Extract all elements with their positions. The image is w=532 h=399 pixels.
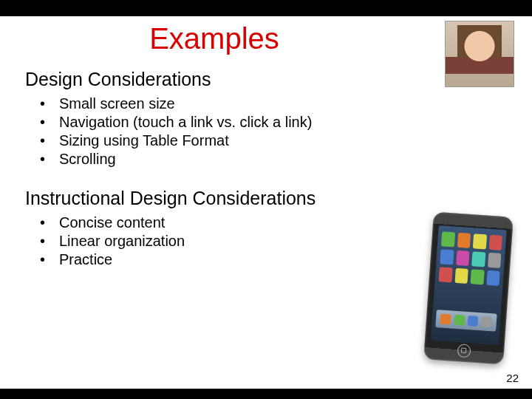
bottom-black-bar <box>0 389 532 399</box>
list-item-text: Small screen size <box>59 95 175 113</box>
page-number: 22 <box>506 372 519 384</box>
list-item-text: Navigation (touch a link vs. click a lin… <box>59 113 312 132</box>
presenter-portrait-image <box>445 21 514 87</box>
list-item-text: Linear organization <box>59 232 185 250</box>
list-item-text: Scrolling <box>59 150 116 168</box>
phone-home-button-icon <box>457 344 471 358</box>
list-item: •Small screen size <box>40 95 532 113</box>
list-item: •Scrolling <box>40 150 532 168</box>
section-heading: Instructional Design Considerations <box>25 188 532 209</box>
list-item-text: Concise content <box>59 214 165 232</box>
smartphone-image <box>423 211 514 364</box>
list-item: •Sizing using Table Format <box>40 132 532 150</box>
list-item-text: Sizing using Table Format <box>59 132 229 150</box>
list-item: •Navigation (touch a link vs. click a li… <box>40 113 532 132</box>
list-item-text: Practice <box>59 250 112 269</box>
top-black-bar <box>0 0 532 16</box>
bullet-list: •Small screen size •Navigation (touch a … <box>40 95 532 168</box>
